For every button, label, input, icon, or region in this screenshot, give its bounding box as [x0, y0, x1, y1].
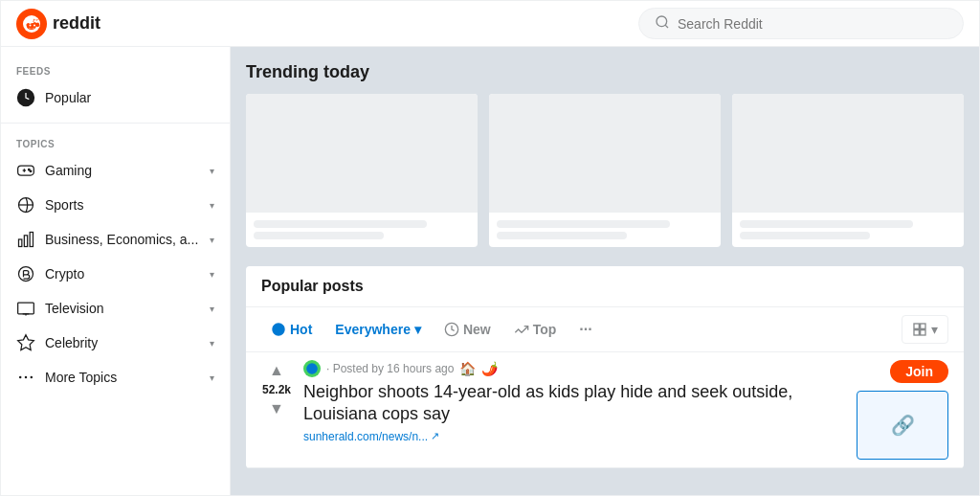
sidebar-item-celebrity[interactable]: Celebrity ▾ — [1, 326, 230, 360]
post-link[interactable]: sunherald.com/news/n... ↗ — [303, 430, 845, 443]
upvote-button[interactable]: ▲ — [267, 360, 286, 381]
gamepad-icon — [16, 161, 35, 180]
link-icon: 🔗 — [891, 414, 915, 437]
trending-section: Trending today — [246, 62, 964, 247]
post-link-text: sunherald.com/news/n... — [303, 430, 428, 443]
trending-cards — [246, 94, 964, 247]
trending-card-1[interactable] — [246, 94, 478, 247]
sidebar-item-more[interactable]: More Topics ▾ — [1, 360, 230, 395]
trending-card-footer-3 — [732, 213, 964, 247]
trending-card-footer-2 — [489, 213, 721, 247]
svg-point-7 — [29, 169, 31, 170]
post-right: Join 🔗 — [857, 360, 948, 460]
business-chevron: ▾ — [210, 235, 214, 245]
trending-card-3[interactable] — [732, 94, 964, 247]
crypto-chevron: ▾ — [210, 269, 214, 280]
trending-card-image-3 — [732, 94, 964, 213]
app-header: reddit — [1, 1, 979, 47]
trending-card-2[interactable] — [489, 94, 721, 247]
posts-toolbar: Hot Everywhere ▾ New — [246, 307, 964, 352]
television-label: Television — [45, 301, 200, 316]
skeleton-line-6 — [740, 232, 870, 239]
vote-column: ▲ 52.2k ▼ — [261, 360, 292, 419]
svg-rect-14 — [18, 303, 34, 314]
skeleton-line-4 — [497, 232, 627, 239]
trending-card-footer-1 — [246, 213, 478, 247]
top-filter-button[interactable]: Top — [504, 316, 567, 343]
svg-marker-17 — [18, 335, 34, 350]
business-label: Business, Economics, a... — [45, 232, 200, 247]
new-filter-button[interactable]: New — [434, 316, 501, 343]
crypto-icon — [16, 264, 35, 283]
post-content: · Posted by 16 hours ago 🏠 🌶️ Neighbor s… — [303, 360, 845, 443]
everywhere-filter-button[interactable]: Everywhere ▾ — [325, 316, 431, 343]
svg-point-19 — [25, 376, 28, 379]
svg-point-20 — [31, 376, 33, 379]
external-link-icon: ↗ — [431, 430, 439, 442]
post-emoji-2: 🌶️ — [481, 361, 498, 376]
sports-chevron: ▾ — [210, 200, 214, 211]
tv-icon — [16, 299, 35, 318]
skeleton-line-2 — [254, 232, 384, 239]
svg-rect-10 — [19, 239, 22, 247]
star-icon — [16, 333, 35, 352]
svg-point-8 — [30, 170, 32, 172]
sidebar-item-television[interactable]: Television ▾ — [1, 291, 230, 326]
svg-line-2 — [665, 25, 668, 28]
post-emoji-1: 🏠 — [459, 361, 476, 376]
downvote-button[interactable]: ▼ — [267, 398, 286, 419]
hot-label: Hot — [290, 322, 312, 337]
svg-rect-25 — [921, 330, 925, 335]
popular-posts-title: Popular posts — [261, 278, 948, 295]
trending-title: Trending today — [246, 62, 964, 82]
vote-count: 52.2k — [262, 383, 291, 396]
topics-label: TOPICS — [1, 131, 230, 153]
trending-card-image-2 — [489, 94, 721, 213]
popular-label: Popular — [45, 90, 214, 105]
main-layout: FEEDS Popular TOPICS Gaming — [1, 47, 979, 495]
sidebar-item-business[interactable]: Business, Economics, a... ▾ — [1, 222, 230, 257]
sidebar-item-sports[interactable]: Sports ▾ — [1, 188, 230, 222]
dots-icon — [16, 368, 35, 387]
sports-icon — [16, 195, 35, 214]
post-item: ▲ 52.2k ▼ · Posted by 16 hours ago — [246, 352, 964, 468]
sidebar-item-gaming[interactable]: Gaming ▾ — [1, 153, 230, 188]
top-label: Top — [533, 322, 557, 337]
crypto-label: Crypto — [45, 266, 200, 282]
television-chevron: ▾ — [210, 304, 214, 314]
skeleton-line-1 — [254, 220, 427, 228]
logo-area: reddit — [16, 9, 100, 39]
svg-point-1 — [657, 16, 667, 27]
sidebar-item-popular[interactable]: Popular — [1, 80, 230, 115]
sports-label: Sports — [45, 197, 200, 213]
reddit-logo-icon[interactable] — [16, 9, 47, 39]
sidebar-divider-1 — [1, 123, 230, 124]
hot-filter-button[interactable]: Hot — [261, 316, 322, 343]
svg-rect-12 — [30, 233, 33, 247]
post-thumbnail[interactable]: 🔗 — [857, 391, 948, 460]
everywhere-label: Everywhere — [335, 322, 411, 337]
svg-point-26 — [306, 363, 318, 374]
gaming-chevron: ▾ — [210, 166, 214, 176]
svg-point-18 — [19, 376, 22, 379]
post-meta: · Posted by 16 hours ago 🏠 🌶️ — [303, 360, 845, 377]
search-input[interactable] — [678, 16, 947, 32]
sidebar-item-crypto[interactable]: Crypto ▾ — [1, 257, 230, 291]
more-filters-icon: ··· — [579, 321, 591, 338]
join-button[interactable]: Join — [890, 360, 948, 383]
celebrity-chevron: ▾ — [210, 338, 214, 349]
feeds-label: FEEDS — [1, 58, 230, 80]
more-filters-button[interactable]: ··· — [569, 315, 601, 344]
layout-icon — [912, 322, 927, 337]
post-title[interactable]: Neighbor shoots 14-year-old as kids play… — [303, 381, 845, 426]
search-bar[interactable] — [638, 8, 964, 39]
sidebar: FEEDS Popular TOPICS Gaming — [1, 47, 231, 495]
hot-icon — [271, 322, 286, 337]
gaming-label: Gaming — [45, 163, 200, 178]
everywhere-chevron: ▾ — [414, 322, 421, 337]
post-time: · Posted by 16 hours ago — [326, 362, 454, 375]
layout-button[interactable]: ▾ — [902, 315, 948, 344]
svg-rect-22 — [914, 324, 919, 328]
trending-card-image-1 — [246, 94, 478, 213]
search-icon — [655, 14, 670, 33]
